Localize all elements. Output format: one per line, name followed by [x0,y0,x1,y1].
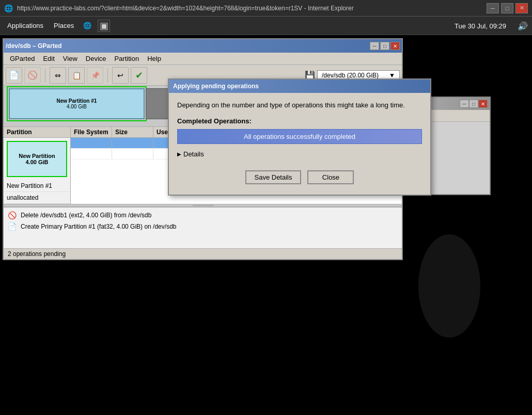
dialog-title: Applying pending operations [173,83,259,90]
success-message: All operations successfully completed [244,133,355,140]
dialog-titlebar: Applying pending operations [169,79,430,93]
dialog-buttons: Save Details Close [177,166,422,186]
dialog-overlay: Applying pending operations Depending on… [0,17,532,415]
details-arrow-icon: ▶ [177,151,181,157]
details-toggle[interactable]: ▶ Details [177,150,422,158]
browser-titlebar: 🌐 https://www.practice-labs.com/?client=… [0,0,532,17]
save-details-button[interactable]: Save Details [245,170,302,184]
browser-favicon: 🌐 [4,4,13,12]
browser-controls: ─ □ ✕ [487,3,528,13]
browser-minimize-button[interactable]: ─ [487,3,499,13]
dialog-box: Applying pending operations Depending on… [168,78,431,196]
success-bar: All operations successfully completed [177,129,422,144]
completed-ops-label: Completed Operations: [177,117,422,125]
dialog-description: Depending on the number and type of oper… [177,101,422,109]
details-label: Details [183,150,204,158]
browser-title: https://www.practice-labs.com/?client=ht… [17,5,482,12]
dialog-content: Depending on the number and type of oper… [169,93,430,195]
browser-close-button[interactable]: ✕ [515,3,528,13]
browser-maximize-button[interactable]: □ [501,3,513,13]
desktop: Applications Places 🌐 ▣ Tue 30 Jul, 09:2… [0,17,532,415]
close-button[interactable]: Close [307,170,354,184]
